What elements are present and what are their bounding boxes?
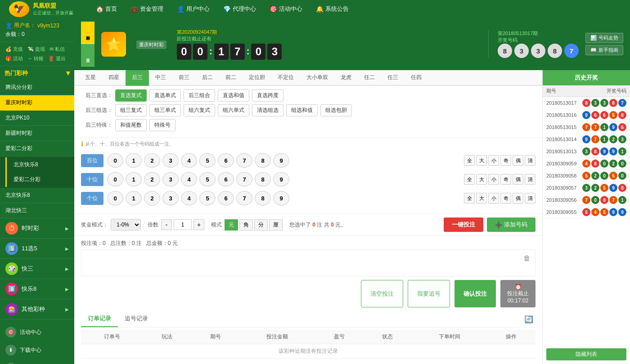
num-u-9[interactable]: 9 [273,191,289,205]
tab-sixin[interactable]: 四星 [102,70,126,86]
tab-ren2[interactable]: 任二 [358,70,381,86]
btn-zhixuan-fushi[interactable]: 直选复式 [115,89,147,102]
t-all[interactable]: 全 [464,174,475,185]
cat-11x5[interactable]: 5️⃣ 11选5 ▶ [0,239,74,259]
u-small[interactable]: 小 [488,193,499,204]
game-bjkl8[interactable]: 北京快乐8 [0,188,74,203]
nav-user[interactable]: 👤用户中心 [177,5,210,13]
t-even[interactable]: 偶 [513,174,523,185]
recharge-link[interactable]: 💰 充值 [4,45,25,53]
tab-dxds[interactable]: 大小单双 [300,70,334,86]
cat-shishi[interactable]: ⏱ 时时彩 ▶ [0,218,74,239]
tab-wuxing[interactable]: 五星 [79,70,102,86]
add-code-btn[interactable]: ➕ 添加号码 [487,218,536,232]
mode-li[interactable]: 厘 [269,219,283,231]
t-clear[interactable]: 清 [525,174,536,185]
tab-ren3[interactable]: 任三 [381,70,405,86]
btn-zuz6-danshi[interactable]: 组六单式 [218,104,249,116]
vtab-other[interactable]: 显示 [81,44,94,67]
vtab-current[interactable]: 当前彩种 [81,22,94,44]
num-h-7[interactable]: 7 [236,153,252,168]
btn-housan-zuhe[interactable]: 后三组合 [184,89,215,102]
btn-zhixuan-danshi[interactable]: 直选单式 [149,89,181,102]
num-u-7[interactable]: 7 [236,191,252,205]
btn-zuz6-fushi[interactable]: 组六复式 [184,104,215,116]
h-small[interactable]: 小 [488,155,499,166]
cat-kl8[interactable]: 8️⃣ 快乐8 ▶ [0,279,74,299]
tab-chase[interactable]: 追号记录 [118,311,155,327]
game-xinjiang[interactable]: 新疆时时彩 [0,126,74,141]
u-all[interactable]: 全 [464,193,475,204]
btn-zhixuan-hezhi[interactable]: 直选和值 [218,89,249,102]
nav-home[interactable]: 🏠首页 [96,5,117,13]
u-big[interactable]: 大 [476,193,487,204]
tab-dingweidan[interactable]: 定位胆 [243,70,271,86]
btn-zuz3-fushi[interactable]: 组三复式 [115,104,147,116]
nav-agent[interactable]: 💎代理中心 [223,5,256,13]
num-h-4[interactable]: 4 [181,153,197,168]
help-center-link[interactable]: ℹ 帮助中心 [0,359,74,364]
delete-icon[interactable]: 🗑 [523,254,531,262]
num-h-1[interactable]: 1 [126,153,142,168]
activity-center-link[interactable]: 🎯 活动中心 [0,323,74,341]
h-all[interactable]: 全 [464,155,475,166]
trend-btn[interactable]: 📊 号码走势 [585,33,623,43]
btn-zuz3-danshi[interactable]: 组三单式 [149,104,181,116]
num-t-0[interactable]: 0 [107,172,123,186]
withdraw-link[interactable]: 💸 提现 [26,45,47,53]
num-t-9[interactable]: 9 [273,172,289,186]
mode-yuan[interactable]: 元 [225,219,238,231]
nav-finance[interactable]: 💼资金管理 [130,5,163,13]
num-h-2[interactable]: 2 [144,153,160,168]
cat-qita[interactable]: 🎰 其他彩种 ▶ [0,299,74,320]
tab-zhongsan[interactable]: 中三 [149,70,172,86]
message-link[interactable]: ✉ 私信 [48,45,67,53]
num-t-5[interactable]: 5 [199,172,216,186]
h-even[interactable]: 偶 [513,155,523,166]
logout-link[interactable]: 🚪 退出 [46,54,68,63]
num-t-3[interactable]: 3 [162,172,179,186]
stop-bet-btn[interactable]: ⏰ 投注截止 00:17:02 [500,280,536,307]
num-u-0[interactable]: 0 [107,191,123,205]
btn-zuxuan-hezhi[interactable]: 组选和值 [286,104,318,116]
num-t-8[interactable]: 8 [255,172,271,186]
mult-decrease[interactable]: - [161,219,172,230]
mode-fen[interactable]: 分 [254,219,268,231]
nav-announce[interactable]: 🔔系统公告 [316,5,349,13]
tab-longhu[interactable]: 龙虎 [334,70,358,86]
tab-orders[interactable]: 订单记录 [81,311,118,327]
u-even[interactable]: 偶 [513,193,523,204]
btn-zhixuan-kuadu[interactable]: 直选跨度 [252,89,284,102]
num-h-6[interactable]: 6 [218,153,234,168]
tab-housan[interactable]: 后三 [126,70,149,86]
game-chongqing[interactable]: 重庆时时彩 [0,95,74,111]
cat-kuai3[interactable]: 🎲 快三 ▶ [0,259,74,279]
u-clear[interactable]: 清 [525,193,536,204]
tab-ren4[interactable]: 任四 [405,70,428,86]
tab-houer[interactable]: 后二 [196,70,219,86]
game-bjkl8-sub[interactable]: 北京快乐8 [5,157,69,172]
t-big[interactable]: 大 [476,174,487,185]
num-t-7[interactable]: 7 [236,172,252,186]
tab-qiansan[interactable]: 前三 [172,70,196,86]
num-t-2[interactable]: 2 [144,172,160,186]
guide-btn[interactable]: 📖 新手指南 [585,45,623,55]
confirm-bet-btn[interactable]: 确认投注 [454,280,496,307]
num-h-0[interactable]: 0 [107,153,123,168]
chase-btn[interactable]: 我要追号 [408,280,450,307]
num-u-8[interactable]: 8 [255,191,271,205]
game-beijing-pk10[interactable]: 北京PK10 [0,111,74,126]
mult-increase[interactable]: + [194,219,204,230]
nav-activity[interactable]: 🎯活动中心 [270,5,302,13]
btn-qingxuan-zuxuan[interactable]: 清选组选 [252,104,284,116]
btn-zuxuan-baodan[interactable]: 组选包胆 [320,104,352,116]
game-aicai2-sub[interactable]: 爱彩二分彩 [5,172,69,187]
h-clear[interactable]: 清 [525,155,536,166]
h-odd[interactable]: 奇 [500,155,511,166]
mult-input[interactable] [174,219,192,230]
mode-jiao[interactable]: 角 [239,219,253,231]
num-t-6[interactable]: 6 [218,172,234,186]
btn-hezhi-weishu[interactable]: 和值尾数 [115,119,147,131]
num-u-3[interactable]: 3 [162,191,179,205]
t-odd[interactable]: 奇 [500,174,511,185]
